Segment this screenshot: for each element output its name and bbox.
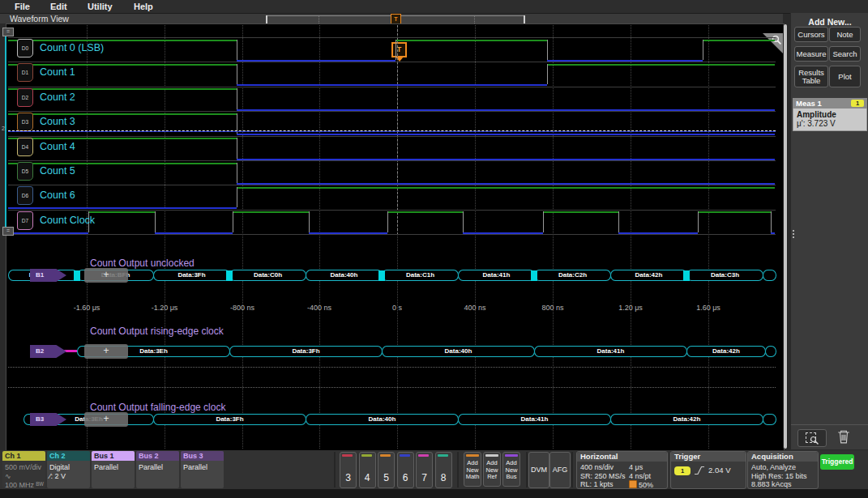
digital-channel-name-d7[interactable]: Count Clock: [40, 215, 95, 226]
horizontal-panel[interactable]: Horizontal 400 ns/div4 μs SR: 250 MS/s4 …: [576, 451, 668, 489]
source-badge-header: Ch 1: [2, 451, 45, 461]
digital-channel-badge-d3[interactable]: D3: [17, 113, 33, 131]
source-badge-line: ∕: 2 V: [49, 472, 66, 480]
vertical-scrollbar[interactable]: [783, 24, 788, 449]
panel-splitter-grabber[interactable]: [792, 228, 795, 240]
digital-group-line: [5, 36, 6, 234]
timeline-tick-label: -1.60 μs: [62, 304, 111, 312]
trigger-marker-label: T: [394, 16, 397, 22]
digital-wave-segment: [703, 40, 775, 41]
trigger-indicator-flag[interactable]: T: [391, 42, 407, 57]
menu-utility[interactable]: Utility: [88, 2, 113, 11]
trigger-panel[interactable]: Trigger 1 2.04 V: [670, 451, 746, 489]
add-new-title: Add New...: [791, 17, 868, 27]
source-badge-header: Ch 2: [47, 451, 90, 461]
channel-button-7[interactable]: 7: [416, 452, 433, 488]
digital-wave-edge: [547, 64, 548, 85]
bus-drag-handle[interactable]: +: [84, 344, 128, 359]
channel-button-6[interactable]: 6: [397, 452, 414, 488]
digital-channel-name-d1[interactable]: Count 1: [40, 66, 75, 78]
bus-transition-marker: [226, 270, 233, 281]
digital-channel-name-d6[interactable]: Count 6: [40, 189, 75, 201]
source-badge-ch1[interactable]: Ch 1500 mV/div∿100 MHz ᴮᵂ: [2, 451, 45, 488]
digital-channel-badge-d1[interactable]: D1: [17, 63, 33, 82]
menu-edit[interactable]: Edit: [50, 2, 67, 11]
digital-channel-badge-d0[interactable]: D0: [17, 39, 33, 57]
digital-wave-edge: [547, 40, 548, 61]
acquisition-mode: Auto, Analyze: [748, 463, 818, 472]
triggered-status-button[interactable]: Triggered: [820, 454, 854, 470]
gridline-vertical: [475, 25, 476, 449]
source-badge-bus2[interactable]: Bus 2Parallel: [136, 451, 179, 488]
add-new-measure-button[interactable]: Measure: [794, 46, 828, 62]
timeline-tick-label: 0 s: [373, 304, 421, 312]
group-resize-handle[interactable]: =: [2, 227, 14, 236]
channel-color-stripe: [505, 454, 518, 457]
add-new-bus-button[interactable]: AddNewBus: [502, 452, 520, 487]
digital-wave-edge: [463, 211, 464, 232]
acquisition-panel[interactable]: Acquisition Auto, Analyze High Res: 15 b…: [747, 451, 819, 489]
digital-channel-badge-d2[interactable]: D2: [17, 88, 33, 107]
zoom-select-button[interactable]: [797, 429, 827, 447]
oscilloscope-app: FileEditUtilityHelp Waveform View T T D0…: [0, 0, 868, 498]
channel-button-4[interactable]: 4: [359, 452, 376, 488]
section-separator-line: [8, 367, 776, 368]
digital-wave-segment: [8, 40, 237, 41]
digital-channel-name-d2[interactable]: Count 2: [40, 92, 75, 103]
bus-transition-marker: [531, 270, 537, 281]
bus-drag-handle[interactable]: +: [84, 268, 128, 283]
digital-channel-badge-d5[interactable]: D5: [17, 162, 33, 181]
add-new-results-table-button[interactable]: Results Table: [794, 66, 828, 87]
tab-waveform-view[interactable]: Waveform View: [10, 14, 69, 23]
source-badge-ch2[interactable]: Ch 2Digital∕: 2 V: [47, 451, 90, 488]
trash-button[interactable]: [836, 428, 851, 445]
digital-wave-edge: [698, 211, 699, 232]
add-new-ref-button[interactable]: AddNewRef: [483, 452, 501, 487]
digital-channel-name-d0[interactable]: Count 0 (LSB): [40, 42, 104, 53]
menu-help[interactable]: Help: [134, 2, 153, 11]
digital-wave-segment: [387, 211, 463, 213]
meas-badge-header[interactable]: Meas 11: [793, 98, 867, 109]
meas-type: Amplitude: [797, 110, 863, 119]
digital-channel-badge-d7[interactable]: D7: [17, 211, 33, 230]
bus-badge-b2[interactable]: B2: [30, 345, 66, 358]
channel-button-3[interactable]: 3: [340, 452, 357, 488]
source-badge-bus3[interactable]: Bus 3Parallel: [181, 451, 224, 488]
source-badge-bus1[interactable]: Bus 1Parallel: [92, 451, 135, 488]
add-new-math-button[interactable]: AddNewMath: [464, 452, 481, 487]
add-new-cursors-button[interactable]: Cursors: [794, 27, 828, 42]
menu-file[interactable]: File: [15, 2, 30, 11]
add-new-note-button[interactable]: Note: [829, 27, 861, 42]
bus-segment: Data:C1h: [382, 270, 459, 281]
channel-button-8[interactable]: 8: [435, 452, 452, 488]
measurement-badge[interactable]: Meas 11 Amplitude μ': 3.723 V: [793, 98, 867, 131]
digital-wave-segment: [8, 138, 237, 139]
timeline-tick-label: -1.20 μs: [140, 304, 189, 312]
add-new-search-button[interactable]: Search: [829, 46, 861, 62]
afg-button[interactable]: AFG: [549, 452, 571, 488]
digital-wave-edge: [237, 187, 237, 208]
digital-row-border: [8, 185, 776, 185]
bus-segment: Data:3Fh: [153, 414, 306, 425]
digital-channel-badge-d4[interactable]: D4: [17, 138, 33, 156]
channel-button-5[interactable]: 5: [378, 452, 395, 488]
digital-channel-badge-d6[interactable]: D6: [17, 186, 33, 205]
minimap-tick: [319, 16, 319, 23]
bus-segment: Data:42h: [686, 346, 766, 357]
digital-channel-name-d4[interactable]: Count 4: [40, 141, 75, 152]
trigger-source-chip: 1: [674, 466, 691, 475]
bus-segment: Data:3Fh: [229, 346, 383, 357]
digital-wave-segment: [8, 64, 237, 66]
scrollbar-thumb[interactable]: [784, 24, 787, 449]
bus-segment: [765, 346, 776, 357]
add-new-plot-button[interactable]: Plot: [829, 66, 861, 87]
group-resize-handle[interactable]: =: [2, 28, 14, 36]
digital-channel-name-d5[interactable]: Count 5: [40, 165, 75, 177]
dvm-button[interactable]: DVM: [528, 452, 549, 488]
bus-drag-handle[interactable]: +: [84, 412, 128, 427]
waveform-view[interactable]: T D0Count 0 (LSB)D1Count 1D2Count 2D3Cou…: [6, 23, 785, 451]
digital-channel-name-d3[interactable]: Count 3: [40, 116, 75, 127]
digital-wave-segment: [698, 211, 771, 213]
digital-threshold-label: 2: [2, 126, 5, 131]
zoom-corner-icon[interactable]: [763, 33, 784, 54]
